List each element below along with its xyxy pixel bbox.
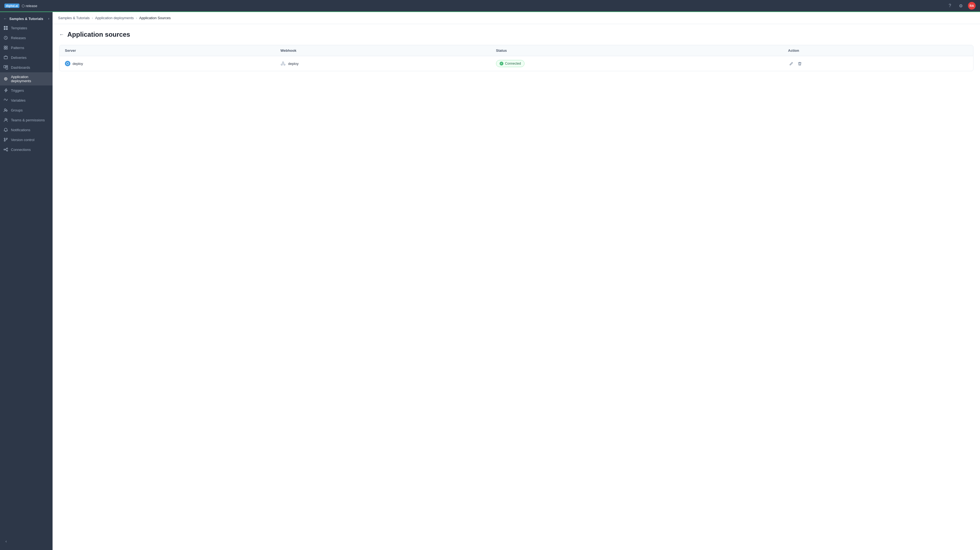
sidebar-label-version-control: Version control: [11, 138, 35, 142]
brand-release: ⬡ release: [22, 4, 38, 8]
breadcrumb-item-2[interactable]: Application deployments: [95, 16, 134, 20]
templates-icon: [3, 26, 8, 30]
sidebar-label-application-deployments: Application deployments: [11, 75, 49, 83]
edit-button[interactable]: [788, 61, 794, 67]
sidebar-label-triggers: Triggers: [11, 88, 24, 92]
webhook-cell-content: deploy: [280, 61, 485, 66]
svg-point-24: [281, 64, 283, 65]
svg-point-18: [6, 138, 7, 139]
notifications-icon: [3, 128, 8, 132]
sidebar-item-deliveries[interactable]: Deliveries: [0, 53, 52, 62]
connections-icon: [3, 147, 8, 152]
svg-point-17: [4, 140, 5, 141]
svg-point-15: [6, 110, 7, 112]
column-server: Server: [59, 45, 275, 56]
delete-button[interactable]: [797, 61, 803, 67]
settings-icon[interactable]: ⚙: [957, 2, 965, 10]
svg-rect-10: [6, 65, 8, 67]
sidebar-item-groups[interactable]: Groups: [0, 105, 52, 115]
breadcrumb-sep-2: ›: [136, 16, 137, 20]
sidebar-label-deliveries: Deliveries: [11, 56, 27, 60]
sidebar-label-connections: Connections: [11, 148, 31, 152]
sidebar-header-left: ← Samples & Tutorials: [3, 16, 43, 21]
dashboards-icon: [3, 65, 8, 70]
svg-point-21: [6, 150, 8, 151]
sidebar-item-templates[interactable]: Templates: [0, 23, 52, 33]
breadcrumb-sep-1: ›: [92, 16, 93, 20]
svg-point-14: [5, 109, 6, 110]
status-connected-icon: [500, 62, 503, 65]
sidebar-item-notifications[interactable]: Notifications: [0, 125, 52, 135]
svg-point-20: [6, 148, 8, 149]
sidebar-label-notifications: Notifications: [11, 128, 30, 132]
sidebar-item-patterns[interactable]: Patterns: [0, 43, 52, 53]
breadcrumb-item-1[interactable]: Samples & Tutorials: [58, 16, 90, 20]
table-row: deploy deploy: [59, 56, 973, 71]
page-title: Application sources: [67, 31, 130, 38]
sidebar-item-version-control[interactable]: Version control: [0, 135, 52, 145]
svg-point-25: [284, 64, 285, 65]
table-header: Server Webhook Status Action: [59, 45, 973, 56]
webhook-name: deploy: [288, 62, 298, 66]
application-sources-table: Server Webhook Status Action: [59, 45, 974, 71]
breadcrumb-item-3: Application Sources: [139, 16, 171, 20]
deliveries-icon: [3, 55, 8, 60]
table: Server Webhook Status Action: [59, 45, 973, 71]
svg-point-22: [67, 62, 69, 65]
sidebar-footer: ‹: [0, 535, 52, 548]
releases-icon: [3, 35, 8, 40]
page-title-row: ← Application sources: [59, 31, 974, 38]
page-content: ← Application sources Server Webhook Sta…: [52, 24, 980, 550]
svg-rect-6: [6, 46, 7, 47]
sidebar-item-teams-permissions[interactable]: Teams & permissions: [0, 115, 52, 125]
sidebar-label-dashboards: Dashboards: [11, 65, 30, 70]
svg-point-19: [4, 149, 5, 150]
brand: digital.ai ⬡ release: [5, 3, 37, 8]
status-text: Connected: [505, 62, 521, 65]
sidebar-header-chevron: ›: [48, 17, 49, 21]
main-layout: ← Samples & Tutorials › Templates Releas…: [0, 12, 980, 550]
status-badge: Connected: [496, 60, 525, 67]
user-avatar[interactable]: RA: [968, 2, 975, 10]
sidebar-item-releases[interactable]: Releases: [0, 33, 52, 43]
webhook-cell: deploy: [275, 56, 490, 71]
navbar-right: ? ⚙ RA: [946, 2, 975, 10]
webhook-type-icon: [280, 61, 286, 66]
server-status-icon: [65, 61, 70, 66]
sidebar-collapse-button[interactable]: ‹: [3, 538, 9, 545]
groups-icon: [3, 108, 8, 113]
svg-rect-9: [4, 65, 5, 68]
svg-point-16: [4, 138, 5, 139]
svg-rect-5: [4, 46, 5, 47]
sidebar-label-variables: Variables: [11, 98, 25, 102]
column-action: Action: [783, 45, 973, 56]
sidebar-label-groups: Groups: [11, 108, 23, 112]
sidebar-header[interactable]: ← Samples & Tutorials ›: [0, 14, 52, 23]
version-control-icon: [3, 137, 8, 142]
content-area: Samples & Tutorials › Application deploy…: [52, 12, 980, 550]
sidebar-label-releases: Releases: [11, 36, 26, 40]
triggers-icon: [3, 88, 8, 93]
sidebar-item-variables[interactable]: Variables: [0, 95, 52, 105]
svg-rect-2: [4, 28, 5, 30]
action-cell: [783, 56, 973, 71]
teams-permissions-icon: [3, 118, 8, 123]
action-buttons: [788, 61, 968, 67]
help-icon[interactable]: ?: [946, 2, 954, 10]
svg-rect-11: [6, 67, 8, 69]
server-cell-content: deploy: [65, 61, 269, 66]
sidebar-back-icon: ←: [3, 16, 7, 21]
column-status: Status: [490, 45, 783, 56]
navbar: digital.ai ⬡ release ? ⚙ RA: [0, 0, 980, 12]
back-button[interactable]: ←: [59, 32, 64, 38]
sidebar-item-application-deployments[interactable]: Application deployments: [0, 72, 52, 86]
sidebar-item-connections[interactable]: Connections: [0, 145, 52, 155]
sidebar-item-triggers[interactable]: Triggers: [0, 86, 52, 95]
sidebar-header-label: Samples & Tutorials: [9, 17, 43, 21]
svg-rect-7: [4, 48, 5, 49]
sidebar: ← Samples & Tutorials › Templates Releas…: [0, 12, 52, 550]
svg-rect-0: [4, 26, 5, 28]
sidebar-item-dashboards[interactable]: Dashboards: [0, 62, 52, 72]
svg-point-13: [5, 78, 6, 80]
server-cell: deploy: [59, 56, 275, 71]
